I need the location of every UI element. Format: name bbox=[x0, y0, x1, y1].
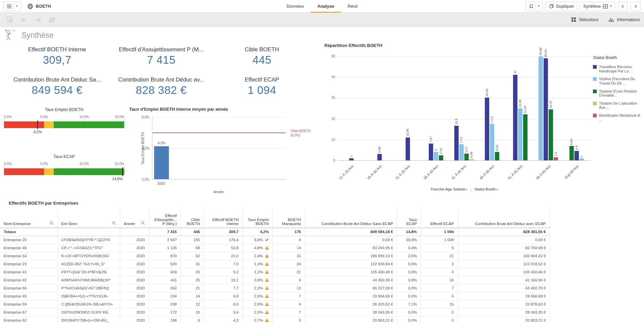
cell-dimension[interactable]: 2020 bbox=[120, 300, 149, 308]
bar-trh[interactable] bbox=[429, 144, 433, 160]
bar-bm[interactable] bbox=[554, 157, 558, 160]
column-header[interactable]: Année bbox=[120, 209, 149, 228]
cell-dimension[interactable]: 2020 bbox=[120, 244, 149, 252]
column-header[interactable]: Contribution Brute Ant Déduc Sans ECAP bbox=[305, 209, 397, 228]
bookmark-button[interactable]: ▾ bbox=[525, 2, 543, 11]
bar-tpi[interactable] bbox=[439, 155, 443, 160]
cell-dimension[interactable]: Entreprise 52 bbox=[0, 316, 57, 323]
legend-item-vat[interactable]: Victime D'accident Du Travail Ou De ... bbox=[593, 77, 641, 85]
step-back-button[interactable] bbox=[18, 14, 30, 25]
legend-swatch bbox=[593, 77, 597, 81]
bar-tpi[interactable] bbox=[464, 154, 469, 160]
cell-dimension[interactable]: Entreprise 23 bbox=[0, 260, 57, 268]
cell-dimension[interactable]: LP2$H&/50Q#7YR`*-QZZY0 bbox=[57, 236, 120, 244]
column-header[interactable]: BOETH Manquants bbox=[273, 209, 305, 228]
bar-trh[interactable] bbox=[513, 75, 517, 160]
cell-dimension[interactable]: C;@E&#]%SRJ%-SB/>&IYO+ bbox=[57, 300, 120, 308]
cell-dimension[interactable]: 2020 bbox=[120, 316, 149, 323]
bar-vat[interactable] bbox=[539, 56, 543, 160]
column-header[interactable]: Effectif ECAP bbox=[421, 209, 458, 228]
cell-dimension[interactable]: Entreprise 67 bbox=[0, 308, 57, 316]
cell-dimension[interactable]: OG*GU0W1M!Z/.IVJ#V¨KE, bbox=[57, 308, 120, 316]
bar-taa[interactable] bbox=[469, 159, 474, 160]
sheet-selector-button[interactable]: Synthèse ▾ bbox=[580, 2, 615, 11]
cell-dimension[interactable]: 2020 bbox=[120, 292, 149, 300]
cell-dimension[interactable]: Entreprise 41 bbox=[0, 268, 57, 276]
bar-trh[interactable] bbox=[454, 126, 459, 160]
cell-dimension[interactable]: F9YT<[G4/`D5:4^8FV&J!$ bbox=[57, 268, 120, 276]
dimension-selector-tranche-age[interactable]: Tranche Age Salarié ▾ bbox=[430, 187, 467, 191]
next-sheet-button[interactable] bbox=[631, 2, 641, 11]
selections-tool-button[interactable] bbox=[4, 14, 15, 25]
cell-dimension[interactable]: K:<(\F<9PT2YD%X9)B19G! bbox=[57, 252, 120, 260]
search-icon[interactable] bbox=[141, 221, 145, 226]
bar-tpi[interactable] bbox=[495, 152, 499, 160]
bar-vat[interactable] bbox=[434, 152, 438, 160]
bar-trh[interactable] bbox=[377, 154, 382, 160]
bar-vat[interactable] bbox=[580, 158, 584, 160]
cell-dimension[interactable]: Entreprise 46 bbox=[0, 244, 57, 252]
cell-dimension[interactable]: Entreprise 66 bbox=[0, 284, 57, 292]
cell-dimension[interactable]: H1Z]SI-38Z`:%3;Y<\N_S" bbox=[57, 260, 120, 268]
bar-trh[interactable] bbox=[574, 151, 579, 160]
legend-item-tpi[interactable]: Titulaire D'une Pension D'invalidi... bbox=[593, 89, 641, 98]
column-header[interactable]: Cible BOETH bbox=[181, 209, 204, 228]
column-header[interactable]: Effectif d'Assujettis... P (Moy.) bbox=[149, 209, 181, 228]
bar-trh[interactable] bbox=[485, 98, 489, 160]
bar-vat[interactable] bbox=[490, 124, 494, 160]
bar-trh[interactable] bbox=[544, 58, 548, 160]
cell-dimension[interactable]: Entreprise 20 bbox=[0, 236, 57, 244]
tab-analyse[interactable]: Analyse bbox=[311, 0, 341, 13]
bar-trh[interactable] bbox=[406, 138, 410, 160]
column-header[interactable]: Nom Entreprise bbox=[0, 209, 57, 228]
cell-dimension[interactable]: Entreprise 42 bbox=[0, 276, 57, 284]
bar-tpi[interactable] bbox=[523, 114, 527, 160]
bar-value-label: 3,27 bbox=[465, 146, 468, 153]
bar-2020[interactable] bbox=[154, 146, 169, 179]
cell-dimension[interactable]: 2020 bbox=[120, 308, 149, 316]
informations-button[interactable]: Informations bbox=[608, 17, 640, 22]
bar-vat[interactable] bbox=[518, 108, 522, 160]
cell-dimension[interactable]: P^%#CHAS&S'<57.\3BFN)) bbox=[57, 284, 120, 292]
cell-dimension[interactable]: A3W%I4/#J?AM,96HDB(1K* bbox=[57, 276, 120, 284]
search-icon[interactable] bbox=[112, 221, 116, 226]
cell-dimension[interactable]: IS$F/B4+=0JL+??%Y)OJ6- bbox=[57, 292, 120, 300]
axis-tick-label: 15.0% bbox=[115, 162, 124, 166]
legend-item-bm[interactable]: Bénéficiaire Mentionné À ... bbox=[593, 113, 641, 122]
cell-dimension[interactable]: 2020 bbox=[120, 284, 149, 292]
column-header[interactable]: Taux ECAP bbox=[397, 209, 421, 228]
bar-tpi[interactable] bbox=[549, 109, 553, 160]
tab-recit[interactable]: Récit bbox=[341, 0, 364, 13]
bar-tpi[interactable] bbox=[569, 146, 574, 160]
bar-trh[interactable] bbox=[349, 158, 354, 160]
previous-sheet-button[interactable] bbox=[618, 2, 628, 11]
cell-dimension[interactable]: 2020 bbox=[120, 236, 149, 244]
legend-item-trh[interactable]: Travailleur Reconnu Handicapé Par La ... bbox=[593, 65, 641, 73]
nav-menu-button[interactable]: ▾ bbox=[3, 2, 21, 11]
legend-item-taa[interactable]: Titulaire De L'allocation Aux ... bbox=[593, 101, 641, 110]
cell-dimension[interactable]: 2020 bbox=[120, 252, 149, 260]
gauge-value: 14,8% bbox=[112, 177, 123, 181]
search-icon[interactable] bbox=[50, 221, 54, 226]
bar-value-label: 4 bbox=[434, 149, 438, 151]
selections-panel-button[interactable]: Sélections bbox=[571, 17, 599, 22]
bar-vat[interactable] bbox=[459, 144, 464, 160]
column-header[interactable]: Effectif BOETH Interne bbox=[204, 209, 242, 228]
step-forward-button[interactable] bbox=[32, 14, 44, 25]
clear-selections-button[interactable] bbox=[46, 14, 58, 25]
column-header[interactable]: Ent Siren bbox=[57, 209, 120, 228]
axis-tickmark bbox=[84, 166, 85, 168]
column-header[interactable]: Contribution Brute Ant Déduc avec ECAP bbox=[458, 209, 550, 228]
tab-donnees[interactable]: Données bbox=[280, 0, 311, 13]
column-header[interactable]: Taux Emploi BOETH bbox=[242, 209, 273, 228]
cell-dimension[interactable]: Entreprise 54 bbox=[0, 252, 57, 260]
duplicate-button[interactable]: Dupliquer bbox=[546, 2, 578, 11]
dimension-selector-statut-boeth[interactable]: Statut Boeth ▾ bbox=[474, 187, 498, 191]
cell-dimension[interactable]: 2020 bbox=[120, 268, 149, 276]
cell-dimension[interactable]: CP-/:^-;+G'0A3Z1;*7FU" bbox=[57, 244, 120, 252]
cell-dimension[interactable]: Entreprise 59 bbox=[0, 300, 57, 308]
cell-dimension[interactable]: Entreprise 45 bbox=[0, 292, 57, 300]
cell-dimension[interactable]: D#U0H0Y/78$+]>=28/>BU_ bbox=[57, 316, 120, 323]
cell-dimension[interactable]: 2020 bbox=[120, 260, 149, 268]
cell-dimension[interactable]: 2020 bbox=[120, 276, 149, 284]
